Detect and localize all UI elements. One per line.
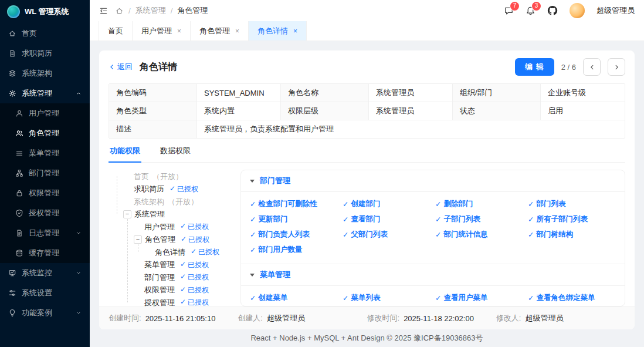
tree-item-resume[interactable]: 求职简历 ✓已授权 xyxy=(109,183,240,196)
check-icon: ✓ xyxy=(528,215,534,224)
perm-item: ✓部门负责人列表 xyxy=(250,230,338,240)
permission-panel: 部门管理 ✓检查部门可删除性 ✓创建部门 ✓删除部门 ✓部门列表 ✓更新部门 ✓… xyxy=(240,170,625,306)
field-label: 角色类型 xyxy=(109,102,197,120)
section-header[interactable]: 部门管理 xyxy=(241,170,625,192)
check-icon: ✓ xyxy=(250,200,256,208)
sidebar-item-label: 角色管理 xyxy=(29,128,59,139)
edit-button[interactable]: 编 辑 xyxy=(515,58,554,76)
messages-button[interactable]: 7 xyxy=(504,6,514,16)
granted-badge: ✓已授权 xyxy=(191,247,219,257)
tree-item-system-management[interactable]: − 系统管理 xyxy=(109,208,240,221)
perm-item: ✓父部门列表 xyxy=(343,230,431,240)
back-button[interactable]: 返回 xyxy=(109,62,133,72)
sidebar-item-label: 系统设置 xyxy=(22,288,52,298)
breadcrumb-item[interactable]: 系统管理 xyxy=(135,5,166,16)
perm-item: ✓菜单列表 xyxy=(343,293,431,303)
breadcrumb-home-icon[interactable] xyxy=(115,6,124,15)
tab-user-management[interactable]: 用户管理 × xyxy=(133,21,191,41)
app-logo[interactable]: WL 管理系统 xyxy=(0,0,90,23)
sidebar-item-system-management[interactable]: 系统管理 xyxy=(0,83,90,103)
check-icon: ✓ xyxy=(528,230,534,239)
tree-item-permission-management[interactable]: 权限管理 ✓已授权 xyxy=(109,284,240,297)
app-logo-icon xyxy=(7,5,20,18)
sidebar-item-feature-examples[interactable]: 功能案例 xyxy=(0,303,90,323)
check-icon: ✓ xyxy=(343,200,348,208)
perm-section-department: 部门管理 ✓检查部门可删除性 ✓创建部门 ✓删除部门 ✓部门列表 ✓更新部门 ✓… xyxy=(241,170,625,264)
chevron-left-icon xyxy=(109,63,116,70)
sidebar-item-authorization-management[interactable]: 授权管理 xyxy=(0,203,90,223)
collapse-toggle-icon[interactable]: − xyxy=(134,235,142,244)
breadcrumb: / 系统管理 / 角色管理 xyxy=(115,5,208,16)
database-icon xyxy=(15,249,23,257)
chevron-right-icon xyxy=(614,64,620,70)
caret-down-icon xyxy=(250,274,255,277)
sidebar-item-cache-management[interactable]: 缓存管理 xyxy=(0,243,90,263)
sidebar-item-menu-management[interactable]: 菜单管理 xyxy=(0,143,90,163)
collapse-toggle-icon[interactable]: − xyxy=(123,210,131,218)
sidebar-item-architecture[interactable]: 系统架构 xyxy=(0,63,90,83)
main-area: / 系统管理 / 角色管理 7 3 超级管理员 xyxy=(90,0,644,347)
perm-item: ✓所有子部门列表 xyxy=(528,214,616,224)
menu-tree: 首页 （开放） 求职简历 ✓已授权 系统架构 （开放） − xyxy=(109,170,240,306)
next-record-button[interactable] xyxy=(608,58,625,76)
sidebar-item-role-management[interactable]: 角色管理 xyxy=(0,123,90,143)
tab-function-permissions[interactable]: 功能权限 xyxy=(109,141,141,163)
check-icon: ✓ xyxy=(435,230,441,239)
sidebar-item-label: 部门管理 xyxy=(29,168,59,178)
tree-item-department-management[interactable]: 部门管理 ✓已授权 xyxy=(109,271,240,284)
check-icon: ✓ xyxy=(180,285,186,295)
resume-icon xyxy=(8,49,16,58)
tree-item-user-management[interactable]: 用户管理 ✓已授权 xyxy=(109,221,240,234)
record-meta: 创建时间: 2025-11-16 21:05:10 创建人: 超级管理员 修改时… xyxy=(99,306,635,329)
tree-item-menu-management[interactable]: 菜单管理 ✓已授权 xyxy=(109,259,240,272)
sidebar-item-resume[interactable]: 求职简历 xyxy=(0,43,90,63)
section-header[interactable]: 菜单管理 xyxy=(241,264,625,286)
sidebar-item-department-management[interactable]: 部门管理 xyxy=(0,163,90,183)
chevron-left-icon xyxy=(589,64,595,70)
permission-tabs: 功能权限 数据权限 xyxy=(109,141,625,163)
tab-role-management[interactable]: 角色管理 × xyxy=(191,21,249,41)
field-value: 启用 xyxy=(541,102,625,120)
field-label: 描述 xyxy=(109,120,197,138)
meta-created-time: 创建时间: 2025-11-16 21:05:10 xyxy=(109,313,238,324)
perm-item: ✓删除部门 xyxy=(435,199,523,209)
sidebar-item-system-monitoring[interactable]: 系统监控 xyxy=(0,263,90,283)
tab-role-detail[interactable]: 角色详情 × xyxy=(249,21,307,41)
tree-item-architecture[interactable]: 系统架构 （开放） xyxy=(109,196,240,208)
tree-item-role-management[interactable]: − 角色管理 ✓已授权 xyxy=(109,234,240,247)
tab-close-icon[interactable]: × xyxy=(235,28,239,35)
sidebar-item-label: 授权管理 xyxy=(29,208,59,218)
perm-item: ✓部门统计信息 xyxy=(435,230,523,240)
sidebar-item-label: 权限管理 xyxy=(29,188,59,198)
sidebar-item-label: 系统监控 xyxy=(22,268,52,278)
sidebar-item-permission-management[interactable]: 权限管理 xyxy=(0,183,90,203)
sidebar-item-home[interactable]: 首页 xyxy=(0,23,90,43)
sidebar-collapse-button[interactable] xyxy=(99,6,108,15)
github-button[interactable] xyxy=(547,5,558,16)
tree-item-home[interactable]: 首页 （开放） xyxy=(109,170,240,183)
tab-home[interactable]: 首页 xyxy=(99,21,133,41)
sidebar-item-system-settings[interactable]: 系统设置 xyxy=(0,283,90,303)
tree-item-role-detail[interactable]: 角色详情 ✓已授权 xyxy=(109,246,240,259)
desc-row: 角色类型 系统内置 权限层级 系统管理员 状态 启用 xyxy=(109,102,625,120)
prev-record-button[interactable] xyxy=(583,58,601,76)
check-icon: ✓ xyxy=(343,294,348,302)
team-icon xyxy=(15,129,23,137)
avatar[interactable] xyxy=(570,3,585,18)
tab-close-icon[interactable]: × xyxy=(177,28,181,35)
user-icon xyxy=(15,109,23,117)
sidebar-item-user-management[interactable]: 用户管理 xyxy=(0,103,90,123)
field-value: 系统内置 xyxy=(197,102,281,120)
tab-data-permissions[interactable]: 数据权限 xyxy=(159,141,192,162)
notifications-button[interactable]: 3 xyxy=(526,6,535,16)
perm-item: ✓查看角色绑定菜单 xyxy=(528,293,616,303)
sidebar-item-log-management[interactable]: 日志管理 xyxy=(0,223,90,243)
section-title: 菜单管理 xyxy=(260,269,290,280)
tree-item-authorization-management[interactable]: 授权管理 ✓已授权 xyxy=(109,297,240,306)
perm-grid: ✓创建菜单 ✓菜单列表 ✓查看用户菜单 ✓查看角色绑定菜单 xyxy=(241,286,625,306)
check-icon: ✓ xyxy=(435,294,441,302)
sidebar-submenu: 用户管理 角色管理 菜单管理 部门管理 权限管理 授权管理 xyxy=(0,103,90,263)
tab-label: 角色管理 xyxy=(199,26,230,36)
perm-item: ✓更新部门 xyxy=(250,214,338,224)
tab-close-icon[interactable]: × xyxy=(293,28,297,35)
